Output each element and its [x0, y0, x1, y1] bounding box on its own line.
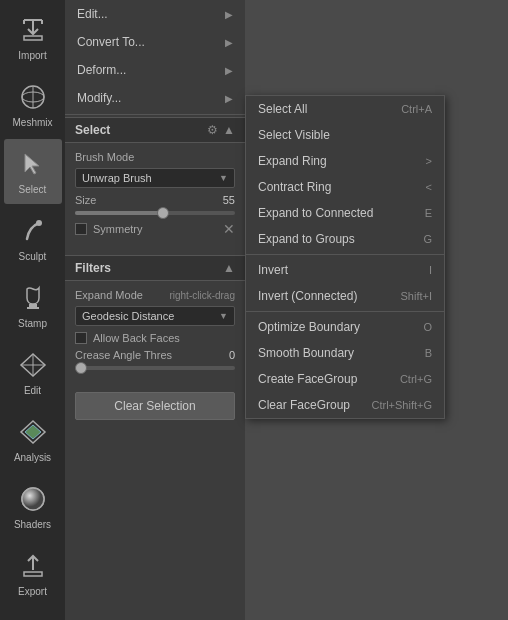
menu-item-convert[interactable]: Convert To... ▶: [65, 28, 245, 56]
slider-track: [75, 211, 235, 215]
size-slider[interactable]: [75, 211, 235, 215]
context-dropdown-menu: Select AllCtrl+ASelect VisibleExpand Rin…: [245, 95, 445, 419]
expand-mode-dropdown[interactable]: Geodesic Distance ▼: [75, 306, 235, 326]
svg-rect-21: [24, 572, 42, 576]
sidebar-item-analysis[interactable]: Analysis: [4, 407, 62, 472]
symmetry-checkbox[interactable]: [75, 223, 87, 235]
select-icon: [17, 148, 49, 180]
sidebar-item-stamp-label: Stamp: [18, 318, 47, 329]
menu-item-deform[interactable]: Deform... ▶: [65, 56, 245, 84]
edit-icon: [17, 349, 49, 381]
dropdown-item-label: Expand to Connected: [258, 206, 373, 220]
menu-item-modify-label: Modify...: [77, 91, 121, 105]
sidebar-item-sculpt-label: Sculpt: [19, 251, 47, 262]
menu-item-modify[interactable]: Modify... ▶: [65, 84, 245, 112]
dropdown-item-shortcut: G: [423, 233, 432, 245]
sidebar-item-import[interactable]: Import: [4, 5, 62, 70]
import-icon: [17, 14, 49, 46]
select-panel-content: Brush Mode Unwrap Brush ▼ Size 55 Symmet…: [65, 143, 245, 250]
select-section-title: Select: [75, 123, 110, 137]
symmetry-row: Symmetry ✕: [75, 221, 235, 237]
expand-mode-row: Expand Mode right-click-drag: [75, 289, 235, 301]
dropdown-menu-item-8[interactable]: Optimize BoundaryO: [246, 314, 444, 340]
size-label: Size: [75, 194, 96, 206]
menu-item-convert-label: Convert To...: [77, 35, 145, 49]
dropdown-item-label: Invert (Connected): [258, 289, 357, 303]
stamp-icon: [17, 282, 49, 314]
dropdown-menu-item-4[interactable]: Expand to ConnectedE: [246, 200, 444, 226]
collapse-icon[interactable]: ▲: [223, 123, 235, 137]
allow-back-checkbox[interactable]: [75, 332, 87, 344]
select-section-header: Select ⚙ ▲: [65, 117, 245, 143]
clear-selection-button[interactable]: Clear Selection: [75, 392, 235, 420]
sidebar-item-export[interactable]: Export: [4, 541, 62, 606]
dropdown-menu-item-3[interactable]: Contract Ring<: [246, 174, 444, 200]
dropdown-menu-item-10[interactable]: Create FaceGroupCtrl+G: [246, 366, 444, 392]
expand-mode-value: Geodesic Distance: [82, 310, 174, 322]
arrow-icon: ▶: [225, 9, 233, 20]
arrow-icon: ▶: [225, 93, 233, 104]
meshmix-icon: [17, 81, 49, 113]
arrow-icon: ▶: [225, 37, 233, 48]
sidebar-item-meshmix[interactable]: Meshmix: [4, 72, 62, 137]
sidebar-item-meshmix-label: Meshmix: [12, 117, 52, 128]
sidebar-item-select[interactable]: Select: [4, 139, 62, 204]
dropdown-item-shortcut: <: [426, 181, 432, 193]
brush-mode-label: Brush Mode: [75, 151, 134, 163]
sidebar-item-stamp[interactable]: Stamp: [4, 273, 62, 338]
dropdown-item-shortcut: Ctrl+Shift+G: [371, 399, 432, 411]
export-icon: [17, 550, 49, 582]
dropdown-item-label: Contract Ring: [258, 180, 331, 194]
dropdown-menu-item-2[interactable]: Expand Ring>: [246, 148, 444, 174]
dropdown-menu-item-6[interactable]: InvertI: [246, 257, 444, 283]
dropdown-item-label: Optimize Boundary: [258, 320, 360, 334]
menu-item-edit[interactable]: Edit... ▶: [65, 0, 245, 28]
dropdown-item-label: Smooth Boundary: [258, 346, 354, 360]
dropdown-menu-item-11[interactable]: Clear FaceGroupCtrl+Shift+G: [246, 392, 444, 418]
dropdown-item-shortcut: E: [425, 207, 432, 219]
dropdown-item-label: Create FaceGroup: [258, 372, 357, 386]
dropdown-item-label: Invert: [258, 263, 288, 277]
filters-section-title: Filters: [75, 261, 111, 275]
filters-section-header: Filters ▲: [65, 255, 245, 281]
sidebar-item-shaders[interactable]: Shaders: [4, 474, 62, 539]
allow-back-row: Allow Back Faces: [75, 332, 235, 344]
svg-rect-12: [27, 307, 39, 309]
gear-icon[interactable]: ⚙: [207, 123, 218, 137]
sidebar-item-select-label: Select: [19, 184, 47, 195]
crease-angle-label: Crease Angle Thres: [75, 349, 172, 361]
svg-rect-1: [24, 36, 42, 40]
menu-item-edit-label: Edit...: [77, 7, 108, 21]
sidebar-item-edit[interactable]: Edit: [4, 340, 62, 405]
sculpt-icon: [17, 215, 49, 247]
sidebar-item-shaders-label: Shaders: [14, 519, 51, 530]
dropdown-separator: [246, 254, 444, 255]
dropdown-menu-item-9[interactable]: Smooth BoundaryB: [246, 340, 444, 366]
sidebar-item-edit-label: Edit: [24, 385, 41, 396]
svg-rect-11: [29, 304, 37, 307]
symmetry-clear-icon[interactable]: ✕: [223, 221, 235, 237]
dropdown-item-shortcut: O: [423, 321, 432, 333]
brush-mode-row: Brush Mode: [75, 151, 235, 163]
crease-slider[interactable]: [75, 366, 235, 370]
clear-selection-label: Clear Selection: [114, 399, 195, 413]
dropdown-item-shortcut: I: [429, 264, 432, 276]
dropdown-menu-item-0[interactable]: Select AllCtrl+A: [246, 96, 444, 122]
dropdown-item-shortcut: Shift+I: [401, 290, 433, 302]
dropdown-arrow-icon: ▼: [219, 173, 228, 183]
svg-marker-9: [25, 154, 39, 174]
dropdown-menu-item-5[interactable]: Expand to GroupsG: [246, 226, 444, 252]
dropdown-menu-item-1[interactable]: Select Visible: [246, 122, 444, 148]
sidebar-item-sculpt[interactable]: Sculpt: [4, 206, 62, 271]
dropdown-menu-item-7[interactable]: Invert (Connected)Shift+I: [246, 283, 444, 309]
dropdown-item-shortcut: B: [425, 347, 432, 359]
dropdown-item-label: Clear FaceGroup: [258, 398, 350, 412]
brush-mode-dropdown[interactable]: Unwrap Brush ▼: [75, 168, 235, 188]
size-value: 55: [223, 194, 235, 206]
filters-panel-content: Expand Mode right-click-drag Geodesic Di…: [65, 281, 245, 384]
svg-point-10: [36, 220, 42, 226]
main-panel: Edit... ▶ Convert To... ▶ Deform... ▶ Mo…: [65, 0, 245, 620]
sidebar-item-import-label: Import: [18, 50, 46, 61]
filters-collapse-icon[interactable]: ▲: [223, 261, 235, 275]
menu-item-deform-label: Deform...: [77, 63, 126, 77]
